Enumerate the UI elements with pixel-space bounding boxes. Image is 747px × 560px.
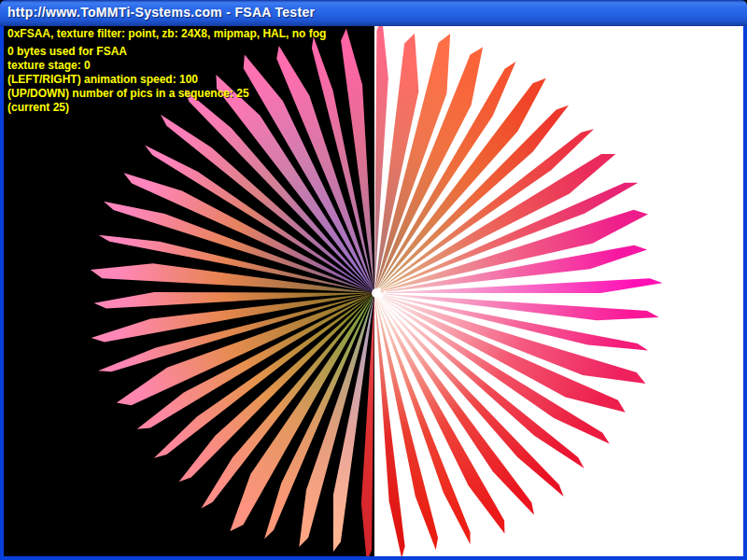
window-border (0, 26, 747, 560)
app-window: http://www.ToMMTi-Systems.com - FSAA Tes… (0, 0, 747, 560)
window-title: http://www.ToMMTi-Systems.com - FSAA Tes… (7, 0, 315, 26)
window-titlebar[interactable]: http://www.ToMMTi-Systems.com - FSAA Tes… (0, 0, 747, 26)
